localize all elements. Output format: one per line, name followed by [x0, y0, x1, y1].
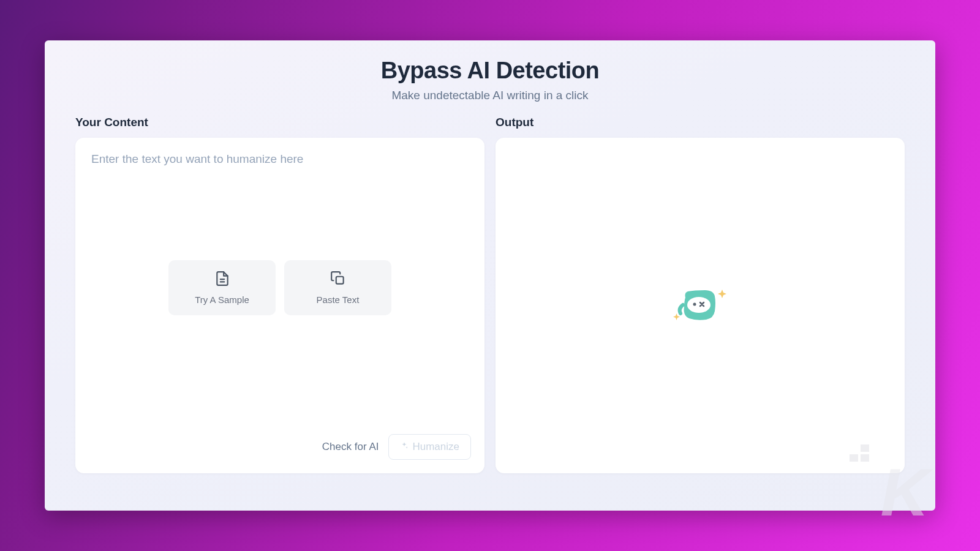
input-panel: Try A Sample Paste Text Check for AI [75, 138, 484, 473]
bottom-actions: Check for AI Humanize [322, 434, 471, 460]
header: Bypass AI Detection Make undetectable AI… [75, 58, 905, 102]
input-column: Your Content Try A Sample [75, 116, 484, 473]
output-label: Output [496, 116, 905, 129]
svg-point-3 [687, 297, 710, 313]
copy-icon [330, 271, 346, 288]
document-icon [214, 271, 230, 288]
humanize-label: Humanize [412, 441, 459, 453]
output-panel [496, 138, 905, 473]
check-for-ai-link[interactable]: Check for AI [322, 441, 379, 453]
watermark-dots [850, 444, 869, 462]
try-sample-label: Try A Sample [195, 294, 249, 305]
paste-text-button[interactable]: Paste Text [284, 260, 391, 315]
svg-rect-2 [336, 277, 343, 284]
humanize-button[interactable]: Humanize [388, 434, 471, 460]
output-column: Output [496, 116, 905, 473]
try-sample-button[interactable]: Try A Sample [168, 260, 276, 315]
sparkle-icon [400, 441, 409, 453]
page-subtitle: Make undetectable AI writing in a click [75, 89, 905, 102]
quick-actions: Try A Sample Paste Text [168, 260, 391, 315]
input-label: Your Content [75, 116, 484, 129]
page-title: Bypass AI Detection [75, 58, 905, 84]
bot-illustration-icon [669, 284, 731, 327]
app-panel: Bypass AI Detection Make undetectable AI… [45, 40, 935, 511]
watermark: K [881, 465, 923, 519]
paste-text-label: Paste Text [317, 294, 360, 305]
svg-point-4 [693, 303, 696, 306]
columns: Your Content Try A Sample [75, 116, 905, 473]
